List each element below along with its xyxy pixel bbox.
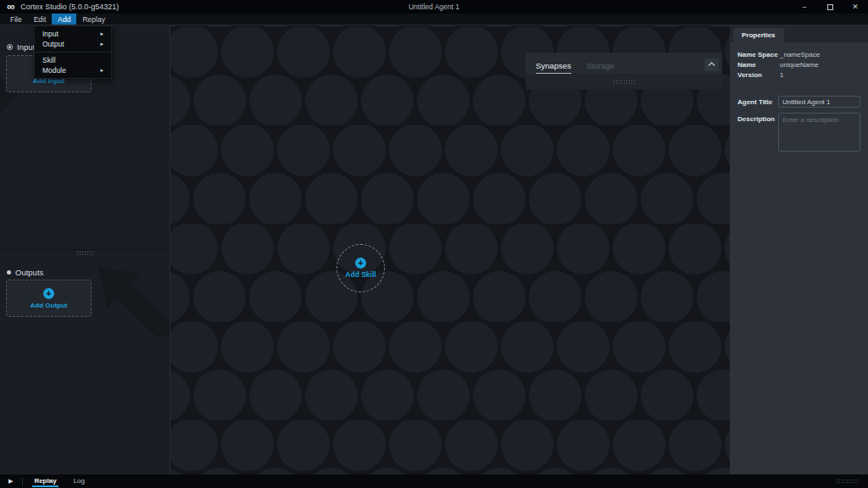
synapses-panel-body	[526, 74, 722, 90]
tab-storage[interactable]: Storage	[587, 61, 615, 74]
add-menu-output-label: Output	[42, 40, 64, 48]
outputs-header: Outputs	[7, 268, 43, 277]
properties-form: Agent Title Description	[730, 96, 868, 152]
output-port-icon	[7, 270, 11, 274]
field-version: Version 1	[737, 69, 868, 80]
add-menu-output[interactable]: Output ▸	[35, 39, 111, 49]
add-skill-button[interactable]: + Add Skill	[337, 244, 385, 292]
close-button[interactable]: ✕	[843, 0, 868, 14]
submenu-arrow-icon: ▸	[100, 29, 103, 39]
outputs-section: Outputs + Add Output	[0, 256, 170, 474]
agent-title-row: Agent Title	[737, 96, 860, 108]
add-output-label: Add Output	[31, 302, 68, 309]
add-menu-module-label: Module	[42, 66, 66, 75]
maximize-icon	[827, 4, 833, 10]
plus-icon: +	[355, 258, 366, 269]
bottom-bar-divider	[22, 478, 23, 485]
resize-grip-icon[interactable]	[836, 479, 858, 484]
agent-title-label: Agent Title	[737, 96, 778, 108]
add-menu-dropdown: Input ▸ Output ▸ Skill Module ▸	[34, 25, 112, 79]
field-name: Name uniqueName	[737, 59, 868, 69]
synapses-panel: Synapses Storage	[526, 53, 722, 90]
properties-fields: Name Space _nameSpace Name uniqueName Ve…	[730, 42, 868, 80]
document-title: Untitled Agent 1	[0, 3, 868, 11]
outputs-title: Outputs	[15, 268, 43, 277]
menu-file[interactable]: File	[4, 14, 28, 25]
menu-replay[interactable]: Replay	[76, 14, 110, 25]
field-value: _nameSpace	[780, 51, 820, 58]
add-menu-module[interactable]: Module ▸	[35, 65, 111, 75]
tab-properties[interactable]: Properties	[733, 28, 784, 42]
field-label: Version	[737, 71, 780, 79]
tab-replay[interactable]: Replay	[32, 475, 58, 487]
minimize-button[interactable]: –	[792, 0, 817, 14]
sidebar-splitter[interactable]	[0, 249, 170, 256]
input-port-icon	[7, 44, 13, 50]
properties-tabstrip: Properties	[730, 25, 868, 42]
panel-drag-handle-icon[interactable]	[613, 80, 635, 84]
submenu-arrow-icon: ▸	[100, 65, 103, 75]
titlebar: ∞ Cortex Studio (5.0.0-g54321) Untitled …	[0, 0, 868, 14]
app-logo-icon: ∞	[7, 2, 14, 12]
app-title: Cortex Studio (5.0.0-g54321)	[20, 3, 119, 11]
agent-canvas[interactable]: + Add Skill Synapses Storage	[170, 25, 730, 474]
add-menu-skill-label: Skill	[42, 56, 56, 64]
tab-log[interactable]: Log	[72, 475, 86, 487]
add-output-button[interactable]: + Add Output	[6, 280, 92, 317]
agent-title-input[interactable]	[778, 96, 860, 108]
plus-icon: +	[43, 288, 54, 299]
add-skill-label: Add Skill	[345, 270, 376, 279]
chevron-up-icon	[708, 62, 715, 67]
play-button[interactable]: ▶	[8, 478, 13, 485]
submenu-arrow-icon: ▸	[100, 39, 103, 49]
add-menu-input[interactable]: Input ▸	[35, 29, 111, 39]
menu-edit[interactable]: Edit	[28, 14, 53, 25]
bottom-bar: ▶ Replay Log	[0, 474, 868, 488]
app-window: ∞ Cortex Studio (5.0.0-g54321) Untitled …	[0, 0, 868, 488]
menu-add[interactable]: Add	[52, 14, 76, 25]
add-menu-input-label: Input	[42, 30, 58, 38]
description-label: Description	[737, 113, 778, 152]
arrow-watermark	[88, 256, 170, 336]
field-namespace: Name Space _nameSpace	[737, 49, 868, 59]
add-menu-skill[interactable]: Skill	[35, 55, 111, 65]
menubar: File Edit Add Replay	[0, 14, 868, 25]
tab-synapses[interactable]: Synapses	[536, 61, 571, 74]
field-value: 1	[780, 71, 783, 79]
collapse-panel-button[interactable]	[704, 58, 719, 71]
window-controls: – ✕	[792, 0, 868, 14]
field-label: Name	[737, 61, 780, 69]
description-row: Description	[737, 113, 860, 152]
menu-separator	[35, 52, 111, 53]
description-textarea[interactable]	[778, 113, 860, 152]
field-label: Name Space	[737, 51, 780, 58]
field-value: uniqueName	[780, 61, 818, 69]
io-sidebar: Inputs + Add Input Outputs + Add Output	[0, 25, 170, 474]
maximize-button[interactable]	[817, 0, 843, 14]
properties-panel: Properties Name Space _nameSpace Name un…	[730, 25, 868, 474]
splitter-grip-icon	[76, 251, 93, 255]
synapses-panel-header: Synapses Storage	[526, 53, 722, 74]
